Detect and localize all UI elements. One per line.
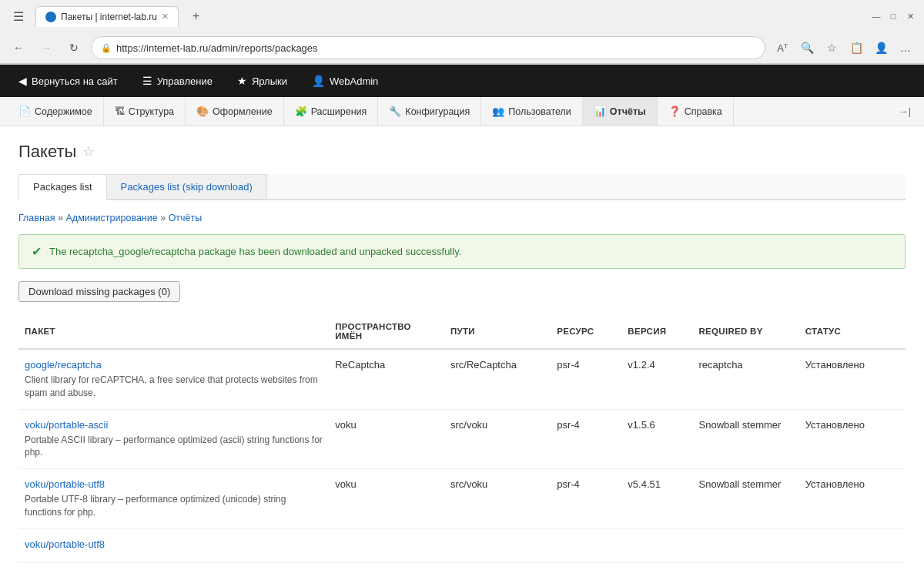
browser-actions: Aᵀ 🔍 ☆ 📋 👤 … — [772, 37, 916, 59]
cell-namespace-2: voku — [329, 469, 444, 529]
cell-required-2: Snowball stemmer — [693, 469, 799, 529]
nav-config-label: Конфигурация — [405, 106, 470, 117]
read-mode-icon[interactable]: Aᵀ — [772, 37, 793, 59]
cell-resource-1: psr-4 — [551, 409, 621, 469]
minimize-button[interactable]: — — [870, 10, 882, 22]
breadcrumb-home[interactable]: Главная — [18, 213, 55, 223]
cell-status-2: Установлено — [799, 469, 906, 529]
breadcrumb-admin[interactable]: Администрирование — [66, 213, 158, 223]
cell-status-0: Установлено — [799, 349, 906, 409]
package-desc-2: Portable UTF-8 library – performance opt… — [25, 494, 286, 518]
tab-close-icon[interactable]: ✕ — [162, 12, 169, 22]
sidebar-toggle-icon[interactable]: ☰ — [8, 5, 29, 27]
col-header-status: СТАТУС — [799, 314, 906, 349]
tab-packages-list-skip[interactable]: Packages list (skip download) — [106, 174, 267, 199]
cell-required-0: recaptcha — [693, 349, 799, 409]
close-button[interactable]: ✕ — [904, 10, 916, 22]
webadmin-button[interactable]: 👤 WebAdmin — [301, 70, 389, 92]
packages-table: ПАКЕТ ПРОСТРАНСТВО ИМЁН ПУТИ РЕСУРС ВЕРС… — [18, 314, 906, 563]
menu-icon: ☰ — [142, 75, 152, 87]
maximize-button[interactable]: □ — [887, 10, 899, 22]
back-button[interactable]: ← — [8, 37, 29, 59]
collections-icon[interactable]: 📋 — [845, 37, 867, 59]
nav-help[interactable]: ❓ Справка — [658, 97, 734, 126]
nav-reports-label: Отчёты — [610, 106, 646, 117]
cell-required-1: Snowball stemmer — [693, 409, 799, 469]
favorite-star-icon[interactable]: ☆ — [82, 143, 95, 160]
cell-required-3 — [693, 528, 799, 562]
tab-favicon — [45, 12, 56, 22]
cell-version-3 — [621, 528, 692, 562]
table-row: voku/portable-ascii Portable ASCII libra… — [18, 409, 906, 469]
back-to-site-button[interactable]: ◀ Вернуться на сайт — [8, 70, 129, 92]
nav-config[interactable]: 🔧 Конфигурация — [378, 97, 481, 126]
admin-nav: 📄 Содержимое 🏗 Структура 🎨 Оформление 🧩 … — [0, 97, 924, 126]
zoom-icon[interactable]: 🔍 — [796, 37, 818, 59]
col-header-package: ПАКЕТ — [18, 314, 329, 349]
col-header-required: REQUIRED BY — [693, 314, 799, 349]
cell-paths-3 — [444, 528, 551, 562]
star-icon: ★ — [237, 75, 247, 87]
breadcrumb-reports[interactable]: Отчёты — [169, 213, 203, 223]
breadcrumb-sep1: » — [58, 213, 65, 223]
favorites-icon[interactable]: ☆ — [821, 37, 842, 59]
package-link-3[interactable]: voku/portable-utf8 — [25, 538, 323, 550]
manage-button[interactable]: ☰ Управление — [132, 70, 223, 92]
page-title: Пакеты — [18, 142, 76, 162]
config-icon: 🔧 — [389, 106, 401, 117]
cell-resource-0: psr-4 — [551, 349, 621, 409]
content-icon: 📄 — [18, 106, 31, 117]
tab-packages-list[interactable]: Packages list — [18, 174, 107, 200]
breadcrumb: Главная » Администрирование » Отчёты — [18, 213, 906, 223]
bookmarks-button[interactable]: ★ Ярлыки — [226, 70, 298, 92]
cell-package-2: voku/portable-utf8 Portable UTF-8 librar… — [18, 469, 329, 529]
admin-topbar: ◀ Вернуться на сайт ☰ Управление ★ Ярлык… — [0, 65, 924, 97]
table-row: voku/portable-utf8 — [18, 528, 906, 562]
cell-version-1: v1.5.6 — [621, 409, 692, 469]
nav-end: →| — [893, 100, 916, 123]
browser-chrome: ☰ Пакеты | internet-lab.ru ✕ + — □ ✕ ← →… — [0, 0, 924, 65]
nav-users[interactable]: 👥 Пользователи — [481, 97, 583, 126]
success-message: ✔ The recaptcha_google/recaptcha package… — [18, 234, 906, 269]
package-link-1[interactable]: voku/portable-ascii — [25, 419, 323, 431]
cell-namespace-0: ReCaptcha — [329, 349, 444, 409]
new-tab-button[interactable]: + — [185, 5, 207, 28]
package-link-2[interactable]: voku/portable-utf8 — [25, 478, 323, 490]
webadmin-label: WebAdmin — [330, 75, 378, 87]
nav-extensions-label: Расширения — [311, 106, 367, 117]
package-link-0[interactable]: google/recaptcha — [25, 359, 323, 371]
cell-version-0: v1.2.4 — [621, 349, 692, 409]
browser-tab-active[interactable]: Пакеты | internet-lab.ru ✕ — [35, 6, 179, 27]
cell-resource-2: psr-4 — [551, 469, 621, 529]
more-menu-icon[interactable]: … — [895, 37, 916, 59]
nav-appearance[interactable]: 🎨 Оформление — [186, 97, 284, 126]
table-header: ПАКЕТ ПРОСТРАНСТВО ИМЁН ПУТИ РЕСУРС ВЕРС… — [18, 314, 906, 349]
url-field[interactable]: 🔒 https://internet-lab.ru/admin/reports/… — [91, 36, 765, 59]
nav-collapse-button[interactable]: →| — [893, 100, 916, 123]
table-header-row: ПАКЕТ ПРОСТРАНСТВО ИМЁН ПУТИ РЕСУРС ВЕРС… — [18, 314, 906, 349]
col-header-resource: РЕСУРС — [551, 314, 621, 349]
tabs-row: Packages list Packages list (skip downlo… — [18, 174, 906, 200]
back-icon: ◀ — [18, 75, 27, 87]
table-body: google/recaptcha Client library for reCA… — [18, 349, 906, 562]
help-icon: ❓ — [668, 106, 681, 117]
package-desc-0: Client library for reCAPTCHA, a free ser… — [25, 374, 318, 398]
nav-extensions[interactable]: 🧩 Расширения — [284, 97, 379, 126]
reload-button[interactable]: ↻ — [63, 37, 85, 59]
nav-content[interactable]: 📄 Содержимое — [8, 97, 104, 126]
col-header-paths: ПУТИ — [444, 314, 551, 349]
user-icon: 👤 — [312, 75, 325, 87]
address-bar: ← → ↻ 🔒 https://internet-lab.ru/admin/re… — [0, 32, 924, 64]
nav-structure[interactable]: 🏗 Структура — [104, 97, 186, 126]
profile-icon[interactable]: 👤 — [870, 37, 892, 59]
forward-button[interactable]: → — [35, 37, 57, 59]
check-icon: ✔ — [32, 244, 42, 259]
nav-reports[interactable]: 📊 Отчёты — [583, 97, 658, 126]
browser-titlebar: ☰ Пакеты | internet-lab.ru ✕ + — □ ✕ — [0, 0, 924, 32]
nav-appearance-label: Оформление — [213, 106, 273, 117]
page-content: Пакеты ☆ Packages list Packages list (sk… — [0, 126, 924, 587]
download-missing-packages-button[interactable]: Download missing packages (0) — [18, 281, 180, 302]
manage-label: Управление — [157, 75, 213, 87]
col-header-version: ВЕРСИЯ — [621, 314, 692, 349]
breadcrumb-sep2: » — [160, 213, 168, 223]
